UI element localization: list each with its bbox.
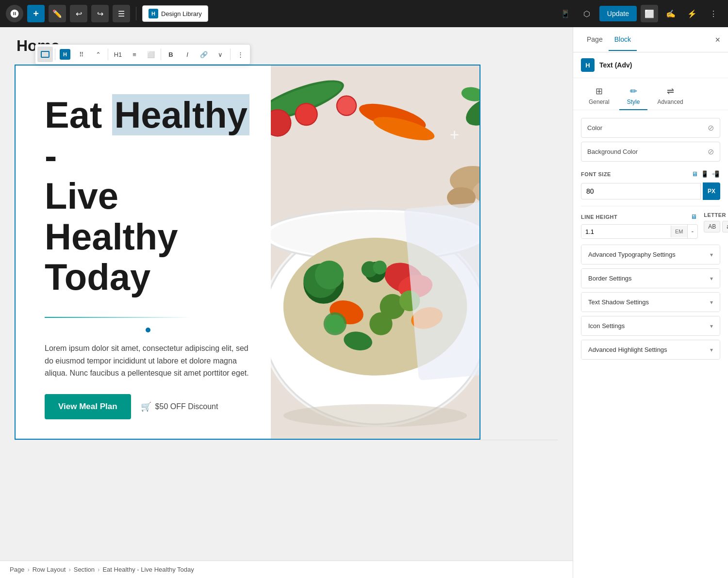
pencil-tool-button[interactable]: ✏️ [49, 5, 66, 22]
breadcrumb-section[interactable]: Section [74, 566, 95, 573]
design-library-label: Design Library [161, 10, 202, 17]
svg-point-37 [373, 261, 386, 274]
line-height-label: LINE HEIGHT [581, 214, 617, 220]
block-type-header: H Text (Adv) [573, 52, 728, 78]
line-height-letter-case-row: LINE HEIGHT 🖥 EM - LETTER CASE AB [581, 212, 720, 239]
font-size-unit[interactable]: PX [703, 182, 720, 200]
edit-block-button[interactable]: ⬜ [143, 47, 159, 62]
text-align-button[interactable]: ≡ [127, 47, 142, 62]
block-type-icon: H [581, 58, 595, 72]
undo-button[interactable]: ↩ [70, 5, 87, 22]
device-icons-fontsize: 🖥 📱 📲 [691, 169, 720, 179]
advanced-tab-icon: ⇌ [667, 86, 674, 97]
breadcrumb-sep-1: › [27, 566, 29, 573]
bg-color-row[interactable]: Background Color ⊘ [581, 142, 720, 162]
desktop-device-button[interactable]: 🖥 [691, 169, 699, 179]
wp-logo-button[interactable] [6, 5, 23, 22]
general-tab-label: General [589, 99, 610, 105]
options-button[interactable]: ⋮ [705, 5, 722, 22]
preview-mobile-button[interactable]: 📱 [557, 5, 574, 22]
design-library-button[interactable]: H Design Library [142, 5, 208, 22]
color-clear-button[interactable]: ⊘ [708, 123, 714, 132]
more-options-dropdown[interactable]: ∨ [213, 47, 228, 62]
block-tab[interactable]: Block [609, 29, 637, 51]
bold-button[interactable]: B [163, 47, 179, 62]
breadcrumb: Page › Row Layout › Section › Eat Health… [0, 561, 573, 578]
view-meal-plan-button[interactable]: View Meal Plan [45, 394, 131, 419]
line-height-device-button[interactable]: 🖥 [690, 212, 698, 221]
letter-case-ab-button[interactable]: ab [722, 221, 728, 232]
hero-section[interactable]: H ⠿ ⌃ H1 ≡ ⬜ B I 🔗 ∨ ⋮ [15, 65, 480, 440]
preview-external-button[interactable]: ⬡ [578, 5, 596, 22]
redo-button[interactable]: ↪ [91, 5, 109, 22]
line-height-dash-button[interactable]: - [687, 225, 698, 238]
letter-case-item: LETTER CASE AB ab Ab [704, 212, 728, 239]
template-parts-button[interactable]: ✍ [662, 5, 679, 22]
main-area: Home H ⠿ ⌃ [0, 27, 728, 578]
update-button[interactable]: Update [599, 6, 637, 21]
right-panel: Page Block × H Text (Adv) ⊞ General ✏ St… [573, 27, 728, 578]
heading-line3: Today [45, 256, 150, 297]
style-tab-icon: ✏ [630, 86, 637, 97]
advanced-highlight-chevron: ▾ [710, 347, 713, 353]
line-height-unit: EM [671, 226, 687, 237]
svg-point-24 [315, 261, 344, 289]
breadcrumb-row-layout[interactable]: Row Layout [33, 566, 66, 573]
panel-close-button[interactable]: × [715, 35, 720, 44]
letter-case-label: LETTER CASE [704, 212, 728, 218]
heading-part2: - [45, 135, 57, 176]
block-move-button[interactable]: ⌃ [90, 47, 106, 62]
border-settings-header[interactable]: Border Settings ▾ [581, 269, 720, 288]
style-tabs: ⊞ General ✏ Style ⇌ Advanced [573, 78, 728, 110]
sidebar-toggle-button[interactable]: ⬜ [641, 5, 658, 22]
breadcrumb-page[interactable]: Page [10, 566, 24, 573]
border-settings-section: Border Settings ▾ [581, 268, 720, 288]
panel-content: Color ⊘ Background Color ⊘ FONT SIZE 🖥 📱… [573, 110, 728, 578]
text-shadow-header[interactable]: Text Shadow Settings ▾ [581, 293, 720, 312]
add-block-button[interactable]: + [27, 5, 45, 22]
block-h-button[interactable]: H [57, 47, 73, 62]
design-library-icon: H [149, 9, 158, 18]
hero-divider [45, 317, 190, 318]
line-height-label-row: LINE HEIGHT 🖥 [581, 212, 698, 221]
advanced-typography-header[interactable]: Advanced Typography Settings ▾ [581, 245, 720, 264]
block-drag-button[interactable]: ⠿ [74, 47, 89, 62]
hero-actions: View Meal Plan 🛒 $50 OFF Discount [45, 394, 251, 419]
style-tab[interactable]: ✏ Style [619, 82, 648, 110]
discount-text: $50 OFF Discount [155, 402, 218, 411]
heading-level-button[interactable]: H1 [110, 47, 126, 62]
text-shadow-section: Text Shadow Settings ▾ [581, 292, 720, 312]
discount-label: 🛒 $50 OFF Discount [141, 401, 218, 412]
editor-block[interactable]: H ⠿ ⌃ H1 ≡ ⬜ B I 🔗 ∨ ⋮ [15, 65, 480, 440]
breadcrumb-sep-2: › [68, 566, 70, 573]
toolbar-sep-4 [230, 49, 231, 60]
svg-point-6 [296, 104, 317, 125]
advanced-highlight-header[interactable]: Advanced Highlight Settings ▾ [581, 340, 720, 359]
svg-point-38 [283, 404, 467, 427]
advanced-typography-section: Advanced Typography Settings ▾ [581, 245, 720, 264]
block-select-button[interactable] [37, 47, 53, 62]
bg-color-clear-button[interactable]: ⊘ [708, 147, 714, 156]
breadcrumb-sep-3: › [98, 566, 99, 573]
letter-case-AB-button[interactable]: AB [704, 221, 720, 232]
font-size-input[interactable]: 80 [581, 183, 701, 199]
line-height-input[interactable] [581, 225, 671, 238]
tablet-device-button[interactable]: 📱 [700, 169, 710, 179]
mobile-device-button[interactable]: 📲 [711, 169, 720, 179]
link-button[interactable]: 🔗 [196, 47, 212, 62]
heading-line2: Live Healthy [45, 175, 178, 257]
color-row[interactable]: Color ⊘ [581, 118, 720, 138]
advanced-tab[interactable]: ⇌ Advanced [649, 82, 691, 110]
tools-button[interactable]: ⚡ [683, 5, 701, 22]
general-tab-icon: ⊞ [596, 86, 603, 97]
page-tab[interactable]: Page [581, 29, 609, 51]
list-view-button[interactable]: ☰ [113, 5, 130, 22]
block-more-button[interactable]: ⋮ [232, 47, 248, 62]
heading-part1: Eat [45, 94, 112, 135]
panel-header: Page Block × [573, 27, 728, 52]
icon-settings-header[interactable]: Icon Settings ▾ [581, 316, 720, 335]
text-shadow-chevron: ▾ [710, 299, 713, 306]
italic-button[interactable]: I [180, 47, 195, 62]
general-tab[interactable]: ⊞ General [581, 82, 617, 110]
block-floating-toolbar: H ⠿ ⌃ H1 ≡ ⬜ B I 🔗 ∨ ⋮ [35, 44, 250, 65]
